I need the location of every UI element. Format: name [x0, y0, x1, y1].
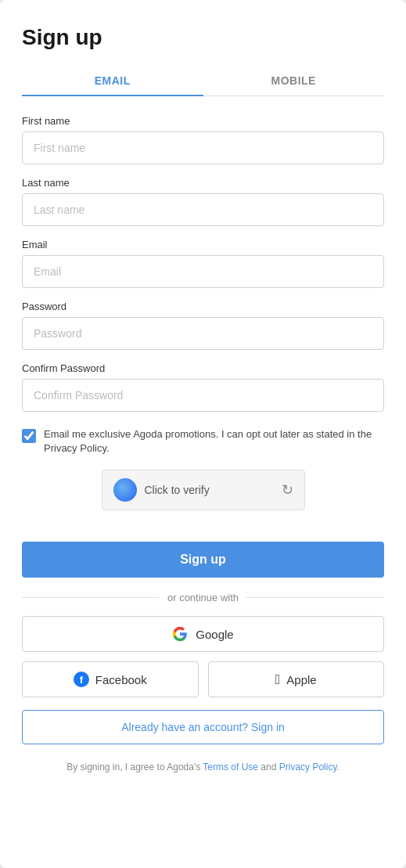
social-row: f Facebook  Apple: [22, 661, 384, 697]
captcha-widget[interactable]: Click to verify ↻: [102, 470, 305, 510]
facebook-label: Facebook: [95, 673, 147, 686]
captcha-circle-icon: [113, 478, 137, 502]
captcha-refresh-icon: ↻: [282, 481, 293, 499]
tab-mobile[interactable]: MOBILE: [203, 67, 385, 96]
signup-button[interactable]: Sign up: [22, 542, 384, 578]
facebook-button[interactable]: f Facebook: [22, 661, 199, 697]
or-divider: or continue with: [22, 592, 384, 603]
last-name-input[interactable]: [22, 193, 384, 226]
facebook-icon: f: [74, 672, 89, 687]
google-label: Google: [196, 628, 233, 641]
apple-label: Apple: [286, 673, 316, 686]
apple-button[interactable]:  Apple: [208, 661, 385, 697]
page-title: Sign up: [22, 25, 384, 50]
promo-checkbox-label: Email me exclusive Agoda promotions. I c…: [44, 427, 384, 456]
apple-icon: : [275, 672, 281, 686]
divider-line-right: [246, 597, 384, 598]
first-name-input[interactable]: [22, 131, 384, 164]
privacy-link[interactable]: Privacy Policy: [279, 762, 337, 773]
google-button[interactable]: Google: [22, 616, 384, 652]
first-name-label: First name: [22, 115, 384, 127]
google-icon: [172, 626, 188, 642]
footer-text: By signing in, I agree to Agoda's Terms …: [22, 760, 384, 774]
terms-link[interactable]: Terms of Use: [203, 762, 258, 773]
password-group: Password: [22, 301, 384, 350]
captcha-left: Click to verify: [113, 478, 210, 502]
signup-card: Sign up EMAIL MOBILE First name Last nam…: [0, 0, 406, 868]
footer-prefix: By signing in, I agree to Agoda's: [66, 762, 203, 773]
tab-email[interactable]: EMAIL: [22, 67, 203, 96]
signin-button[interactable]: Already have an account? Sign in: [22, 710, 384, 744]
confirm-password-label: Confirm Password: [22, 362, 384, 374]
email-input[interactable]: [22, 255, 384, 288]
footer-middle: and: [258, 762, 279, 773]
tabs-container: EMAIL MOBILE: [22, 66, 384, 96]
divider-line-left: [22, 597, 160, 598]
password-label: Password: [22, 301, 384, 312]
promo-checkbox[interactable]: [22, 429, 36, 443]
or-continue-text: or continue with: [167, 592, 239, 603]
last-name-label: Last name: [22, 177, 384, 189]
email-label: Email: [22, 239, 384, 250]
first-name-group: First name: [22, 115, 384, 164]
promo-checkbox-row: Email me exclusive Agoda promotions. I c…: [22, 427, 384, 456]
captcha-label: Click to verify: [145, 484, 210, 496]
confirm-password-group: Confirm Password: [22, 362, 384, 412]
confirm-password-input[interactable]: [22, 379, 384, 412]
footer-suffix: .: [337, 762, 340, 773]
last-name-group: Last name: [22, 177, 384, 226]
password-input[interactable]: [22, 317, 384, 350]
email-group: Email: [22, 239, 384, 288]
